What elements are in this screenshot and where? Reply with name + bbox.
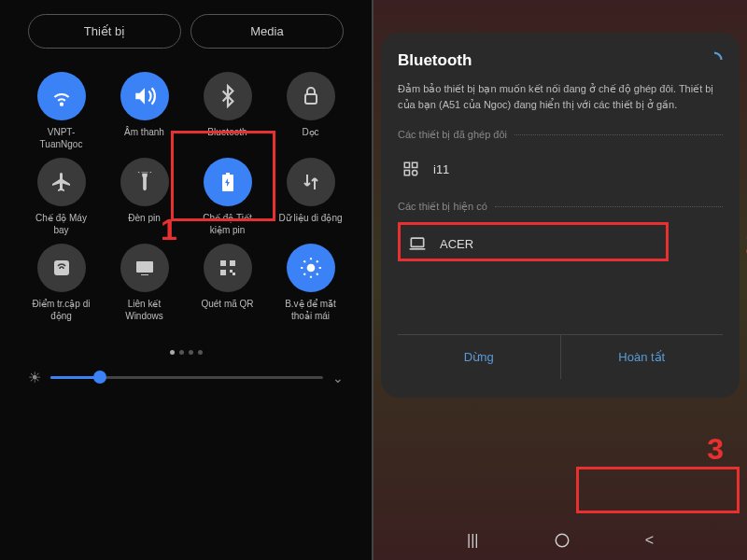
back-button[interactable]: < — [645, 532, 654, 553]
tabs-row: Thiết bị Media — [14, 14, 358, 49]
svg-rect-1 — [305, 94, 317, 104]
tab-media[interactable]: Media — [190, 14, 344, 49]
svg-rect-4 — [141, 274, 148, 275]
tile-eye-comfort[interactable]: B.vệ để mắt thoải mái — [273, 244, 348, 322]
eye-icon — [287, 244, 335, 292]
tile-label: B.vệ để mắt thoải mái — [278, 298, 344, 322]
svg-rect-13 — [404, 171, 409, 175]
chevron-down-icon[interactable]: ⌄ — [332, 371, 344, 385]
tile-wifi[interactable]: VNPT-TuanNgoc — [23, 72, 99, 150]
tile-label: Đèn pin — [128, 212, 160, 224]
svg-point-0 — [60, 104, 62, 105]
bluetooth-description: Đảm bảo thiết bị bạn muốn kết nối đang ở… — [398, 81, 723, 112]
device-name: ACER — [440, 237, 473, 251]
lock-icon — [287, 72, 335, 120]
svg-rect-6 — [230, 260, 235, 266]
annotation-step3: 3 — [707, 432, 724, 467]
tile-label: VNPT-TuanNgoc — [29, 126, 94, 150]
svg-point-16 — [556, 534, 569, 547]
stop-button[interactable]: Dừng — [398, 335, 561, 379]
windows-icon — [120, 244, 169, 292]
svg-rect-15 — [411, 238, 423, 246]
available-device-row[interactable]: ACER — [401, 225, 666, 262]
svg-rect-9 — [233, 273, 235, 275]
bluetooth-panel-wrapper: Bluetooth Đảm bảo thiết bị bạn muốn kết … — [374, 0, 747, 560]
svg-point-10 — [306, 264, 315, 273]
paired-devices-header: Các thiết bị đã ghép đôi — [398, 129, 723, 141]
sound-icon — [120, 72, 169, 120]
brightness-slider[interactable] — [50, 376, 323, 379]
highlight-step2: ACER — [398, 222, 669, 261]
tile-hotspot[interactable]: Điểm tr.cập di động — [23, 244, 99, 322]
tile-mobile-data[interactable]: Dữ liệu di động — [273, 158, 348, 236]
highlight-step3 — [576, 467, 740, 513]
svg-rect-3 — [136, 261, 153, 273]
tile-rotation[interactable]: Dọc — [273, 72, 348, 150]
device-name: i11 — [433, 162, 449, 176]
tile-label: Điểm tr.cập di động — [29, 298, 94, 322]
annotation-step1: 1 — [161, 213, 177, 247]
tile-label: Chế độ Máy bay — [29, 212, 94, 236]
airplane-icon — [37, 158, 86, 206]
android-navbar: ||| < — [374, 532, 747, 553]
svg-rect-7 — [220, 270, 226, 275]
data-icon — [287, 158, 335, 206]
wifi-icon — [37, 72, 86, 120]
svg-rect-5 — [220, 260, 226, 266]
svg-point-14 — [413, 171, 417, 175]
hotspot-icon — [37, 244, 86, 292]
tile-windows-link[interactable]: Liên kết Windows — [106, 244, 182, 322]
tile-label: Âm thanh — [124, 126, 164, 138]
brightness-row: ☀ ⌄ — [14, 369, 358, 386]
bluetooth-icon — [204, 72, 252, 120]
tile-label: Dữ liệu di động — [278, 212, 342, 224]
brightness-icon: ☀ — [28, 369, 41, 386]
bluetooth-title: Bluetooth — [398, 51, 723, 70]
loading-spinner-icon — [706, 51, 723, 68]
tile-airplane[interactable]: Chế độ Máy bay — [23, 158, 99, 236]
device-grid-icon — [402, 160, 420, 178]
home-button[interactable] — [554, 532, 571, 553]
svg-rect-2 — [54, 260, 69, 275]
qr-icon — [204, 244, 252, 292]
done-button[interactable]: Hoàn tất — [561, 335, 724, 379]
bluetooth-dialog: Bluetooth Đảm bảo thiết bị bạn muốn kết … — [381, 33, 740, 398]
svg-rect-11 — [404, 162, 409, 167]
flashlight-icon — [120, 158, 169, 206]
svg-rect-8 — [230, 270, 233, 273]
svg-rect-12 — [413, 162, 417, 167]
paired-device-row[interactable]: i11 — [398, 150, 723, 188]
tile-qr-scan[interactable]: Quét mã QR — [190, 244, 265, 322]
tile-label: Dọc — [302, 126, 318, 138]
tile-label: Liên kết Windows — [112, 298, 177, 322]
highlight-step1 — [171, 131, 275, 221]
pagination-dots — [14, 350, 358, 355]
tab-devices[interactable]: Thiết bị — [28, 14, 181, 49]
recents-button[interactable]: ||| — [467, 532, 478, 553]
quick-settings-panel: Thiết bị Media VNPT-TuanNgoc Âm thanh Bl… — [0, 0, 374, 560]
available-devices-header: Các thiết bị hiện có — [398, 201, 723, 213]
laptop-icon — [408, 234, 427, 253]
dialog-buttons: Dừng Hoàn tất — [398, 334, 723, 379]
tile-label: Quét mã QR — [201, 298, 253, 310]
